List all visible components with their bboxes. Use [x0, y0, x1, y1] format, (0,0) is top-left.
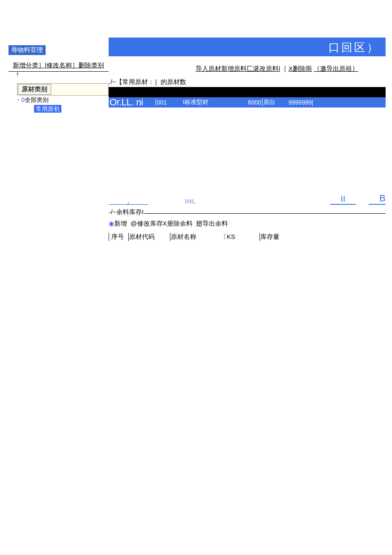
stock-columns: 序号 原材代码 原材名称 〔KS 库存量 [109, 230, 386, 241]
category-header-wrap: 原材类别 [17, 83, 109, 96]
col-code: 原材代码 [129, 233, 170, 241]
delete-stock-button[interactable]: X册除余料 [163, 220, 193, 227]
stock-actions: ◉新增 @修改库存X册除余料 翅导出余料 [109, 216, 386, 230]
stock-title: -/~余料库存I [109, 208, 144, 216]
import-material-button[interactable]: 导入原材 [196, 65, 221, 72]
sidebar-actions: 新增分类］|修改名称］删除类别 [9, 60, 109, 72]
export-material-button[interactable]: ［邀导出原祖］ [314, 65, 358, 72]
mid-ii[interactable]: II [330, 194, 356, 205]
mid-footer-row: . IHL II B [109, 193, 386, 206]
bullet-icon: ・ [15, 96, 21, 103]
title-tag: 辱物料菅理 [9, 45, 46, 55]
cell-color: 原白 [262, 99, 285, 106]
tree-sub-selected[interactable]: 常用原初 [34, 105, 61, 113]
cell-name: I标准型材 [183, 99, 242, 106]
col-ks: 〔KS [220, 233, 259, 241]
mid-dot[interactable]: . [109, 197, 148, 205]
add-bullet-icon: ◉ [109, 220, 114, 227]
col-matname: 原材名称 [171, 233, 220, 241]
col-qty: 库存量 [260, 233, 286, 241]
add-material-button[interactable]: 新增原料 [221, 65, 247, 72]
window-header: 口回区） [109, 38, 386, 56]
sep: |［ [279, 65, 287, 72]
stock-title-line [144, 208, 386, 214]
add-category-button[interactable]: 新增分类］|修改名称］删除类别 [13, 61, 104, 69]
table-header-black [109, 87, 386, 97]
cell-qty: 9999999| [285, 99, 315, 106]
stock-title-row: -/~余料库存I [109, 206, 386, 216]
delete-material-button[interactable]: X删除雨 [288, 65, 312, 72]
mid-ihl: IHL [148, 198, 233, 205]
main-panel: 导入原材新增原料匚涎改原料|［ X删除雨 ［邀导出原祖］ ./~【常用原材：］的… [109, 60, 386, 241]
tree-label: 全部类别 [25, 96, 49, 103]
category-header[interactable]: 原材类别 [18, 84, 51, 95]
cell-code: 001 [156, 99, 183, 106]
sidebar: 新增分类］|修改名称］删除类别 T 原材类别 ・0全部类别 常用原初 [9, 60, 109, 113]
edit-stock-button[interactable]: @修改库存 [130, 220, 162, 227]
section-title-materials: ./~【常用原材：］的原材数 [109, 75, 386, 86]
tree-item-all[interactable]: ・0全部类别 [9, 96, 109, 104]
cell-orll: Or.LL. ni [109, 97, 156, 108]
edit-material-button[interactable]: 匚涎改原料 [247, 65, 279, 72]
add-stock-button[interactable]: 新增 [114, 220, 127, 227]
t-mark: T [9, 72, 109, 77]
material-actions: 导入原材新增原料匚涎改原料|［ X删除雨 ［邀导出原祖］ [109, 60, 386, 75]
mid-b[interactable]: B [369, 193, 386, 205]
tree-index: 0 [21, 96, 25, 103]
cell-length: 6000 [242, 99, 262, 106]
window-controls[interactable]: 口回区） [329, 40, 380, 55]
tree-sub: 常用原初 [34, 105, 109, 113]
col-index: 序号 [111, 233, 128, 241]
material-row[interactable]: Or.LL. ni 001 I标准型材 6000 原白 9999999| [109, 97, 386, 108]
export-stock-button[interactable]: 翅导出余料 [196, 220, 228, 227]
